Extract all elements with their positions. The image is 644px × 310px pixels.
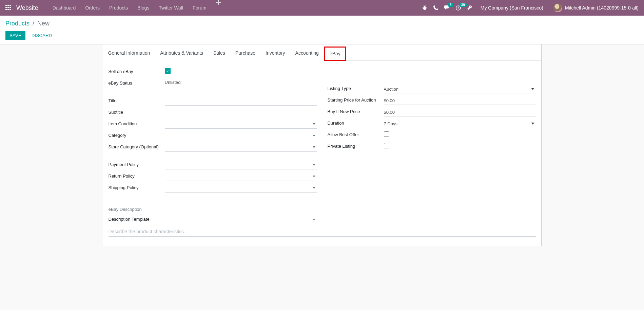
description-template-select[interactable] (165, 216, 317, 224)
tab-inventory[interactable]: Inventory (260, 47, 290, 61)
debug-icon[interactable] (422, 5, 427, 11)
ebay-description-section-title: eBay Description (109, 207, 317, 212)
customize-icon-button[interactable] (467, 5, 472, 11)
bug-icon (422, 5, 427, 11)
category-label: Category (109, 131, 165, 139)
sell-on-ebay-checkbox[interactable]: ✓ (165, 68, 171, 74)
item-condition-select[interactable] (165, 121, 317, 129)
tab-purchase[interactable]: Purchase (230, 47, 260, 61)
sell-on-ebay-label: Sell on eBay (109, 68, 165, 75)
avatar (553, 3, 562, 12)
control-panel: Products / New SAVE DISCARD (0, 16, 644, 44)
payment-policy-label: Payment Policy (109, 161, 165, 168)
tab-sales[interactable]: Sales (208, 47, 230, 61)
discard-button[interactable]: DISCARD (27, 31, 56, 40)
nav-orders[interactable]: Orders (80, 0, 104, 16)
messages-icon-button[interactable]: 5 (444, 5, 450, 10)
nav-twitter-wall[interactable]: Twitter Wall (154, 0, 188, 16)
save-button[interactable]: SAVE (5, 31, 25, 40)
breadcrumb-separator: / (33, 20, 34, 27)
breadcrumb: Products / New (5, 20, 639, 28)
nav-products[interactable]: Products (104, 0, 133, 16)
subtitle-label: Subtitle (109, 108, 165, 115)
nav-forum[interactable]: Forum (188, 0, 211, 16)
company-switcher[interactable]: My Company (San Francisco) (479, 5, 545, 11)
subtitle-input[interactable] (165, 109, 317, 117)
payment-policy-select[interactable] (165, 161, 317, 169)
form-sheet: General Information Attributes & Variant… (103, 44, 542, 246)
wrench-icon (467, 5, 472, 11)
item-condition-label: Item Condition (109, 120, 165, 127)
starting-price-input[interactable] (384, 97, 536, 105)
app-header: Website Dashboard Orders Products Blogs … (0, 0, 644, 16)
shipping-policy-select[interactable] (165, 184, 317, 193)
apps-icon[interactable] (5, 5, 12, 11)
tab-general-information[interactable]: General Information (103, 47, 155, 61)
buy-it-now-label: Buy It Now Price (328, 108, 384, 115)
activities-icon-button[interactable]: 39 (456, 5, 461, 11)
private-listing-checkbox[interactable] (384, 143, 389, 148)
listing-type-select[interactable] (384, 85, 536, 93)
tab-attributes-variants[interactable]: Attributes & Variants (155, 47, 208, 61)
form-left-column: Sell on eBay ✓ eBay Status Unlisted Tit (109, 68, 317, 227)
notebook-tabs: General Information Attributes & Variant… (103, 47, 541, 61)
app-brand[interactable]: Website (16, 4, 38, 12)
breadcrumb-current: New (37, 20, 50, 27)
ebay-status-value: Unlisted (165, 78, 181, 85)
tab-accounting[interactable]: Accounting (290, 47, 324, 61)
nav-dashboard[interactable]: Dashboard (48, 0, 81, 16)
phone-icon-button[interactable] (433, 5, 438, 10)
return-policy-label: Return Policy (109, 172, 165, 179)
starting-price-label: Starting Price for Auction (328, 96, 384, 103)
description-template-label: Description Template (109, 215, 165, 222)
allow-best-offer-checkbox[interactable] (384, 131, 389, 137)
listing-type-label: Listing Type (328, 85, 384, 92)
nav-blogs[interactable]: Blogs (133, 0, 154, 16)
ebay-description-textarea[interactable] (109, 227, 536, 237)
header-systray: 5 39 My Company (San Francisco) Mitchell… (422, 3, 639, 12)
ebay-status-label: eBay Status (109, 79, 165, 86)
user-menu[interactable]: Mitchell Admin (14020999-15-0-all) (553, 3, 639, 12)
return-policy-select[interactable] (165, 173, 317, 181)
messages-badge: 5 (448, 3, 454, 7)
store-category-label: Store Category (Optional) (109, 143, 165, 150)
allow-best-offer-label: Allow Best Offer (328, 131, 384, 138)
buy-it-now-input[interactable] (384, 108, 536, 116)
title-input[interactable] (165, 97, 317, 106)
breadcrumb-parent[interactable]: Products (5, 20, 30, 27)
nav-new-content[interactable] (211, 0, 226, 16)
duration-select[interactable] (384, 120, 536, 128)
tab-ebay[interactable]: eBay (324, 47, 346, 61)
category-select[interactable] (165, 132, 317, 140)
title-label: Title (109, 97, 165, 104)
form-right-column: Listing Type Starting Price for Auction … (328, 68, 536, 227)
shipping-policy-label: Shipping Policy (109, 184, 165, 191)
user-name: Mitchell Admin (14020999-15-0-all) (565, 5, 639, 11)
main-nav: Dashboard Orders Products Blogs Twitter … (48, 0, 226, 16)
store-category-select[interactable] (165, 144, 317, 152)
activities-badge: 39 (459, 3, 467, 7)
plus-icon (216, 0, 221, 5)
phone-icon (433, 5, 438, 10)
duration-label: Duration (328, 119, 384, 126)
private-listing-label: Private Listing (328, 142, 384, 149)
